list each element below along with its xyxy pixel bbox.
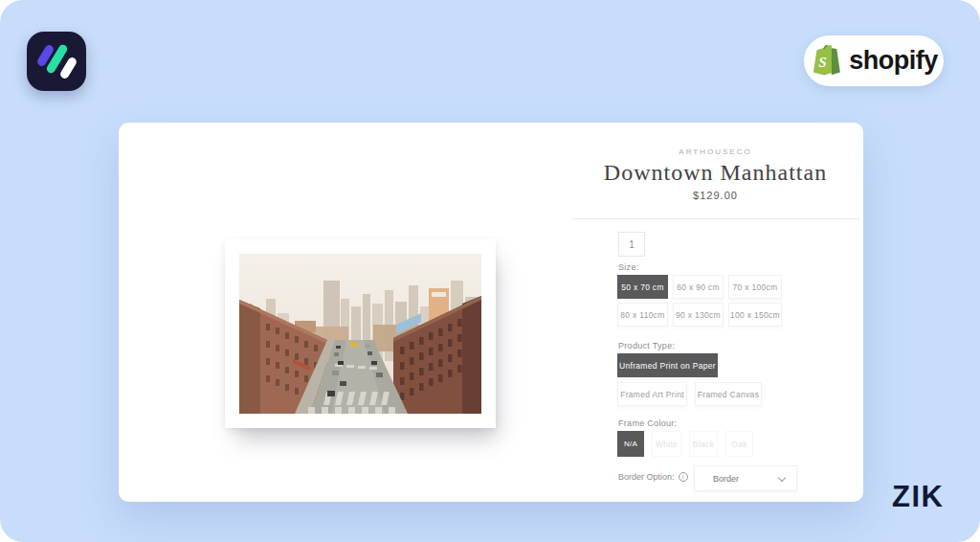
zik-logo-icon xyxy=(27,32,86,91)
size-label: Size: xyxy=(618,262,639,272)
chevron-down-icon xyxy=(778,474,786,482)
svg-text:S: S xyxy=(819,53,828,69)
product-details: ARTHOUSECO Downtown Manhattan $129.00 Si… xyxy=(571,123,859,502)
info-icon[interactable]: i xyxy=(679,472,688,482)
frame-colour-label: Frame Colour: xyxy=(618,418,677,428)
quantity-input[interactable] xyxy=(618,232,645,257)
product-card: ARTHOUSECO Downtown Manhattan $129.00 Si… xyxy=(119,123,863,502)
frame-colour-white[interactable]: White xyxy=(652,431,681,457)
zik-watermark: ZIK xyxy=(892,480,944,514)
logo-stripe-white xyxy=(58,56,78,79)
product-price: $129.00 xyxy=(571,190,859,201)
shopify-wordmark: shopify xyxy=(849,46,938,76)
size-option-90x130cm[interactable]: 90 x 130cm xyxy=(673,303,724,327)
size-option-60x90cm[interactable]: 60 x 90 cm xyxy=(673,275,724,299)
product-type-unframed-print[interactable]: Unframed Print on Paper xyxy=(617,353,718,377)
product-image xyxy=(225,239,496,428)
divider xyxy=(571,218,859,219)
frame-colour-na[interactable]: N/A xyxy=(617,431,644,457)
border-select-value: Border xyxy=(713,474,739,484)
border-select[interactable]: Border xyxy=(694,465,797,491)
border-option-label: Border Option: i xyxy=(618,472,688,482)
product-type-framed-canvas[interactable]: Framed Canvas xyxy=(695,382,762,406)
size-option-70x100cm[interactable]: 70 x 100cm xyxy=(728,275,782,299)
product-type-framed-art-print[interactable]: Framed Art Print xyxy=(617,382,687,406)
frame-colour-black[interactable]: Black xyxy=(689,431,718,457)
frame-colour-oak[interactable]: Oak xyxy=(725,431,753,457)
border-option-label-text: Border Option: xyxy=(618,472,675,482)
border-option-row: Border Option: i Border xyxy=(618,465,829,491)
shopify-bag-icon: S xyxy=(810,41,842,81)
screen: S shopify xyxy=(0,0,980,542)
size-option-50x70cm[interactable]: 50 x 70 cm xyxy=(617,275,668,299)
manhattan-photo xyxy=(239,254,481,414)
vendor-name: ARTHOUSECO xyxy=(571,147,859,156)
shopify-badge: S shopify xyxy=(804,35,944,86)
product-type-label: Product Type: xyxy=(618,341,675,350)
product-title: Downtown Manhattan xyxy=(571,160,859,186)
size-option-80x110cm[interactable]: 80 x 110cm xyxy=(617,303,668,327)
size-option-100x150cm[interactable]: 100 x 150cm xyxy=(728,303,782,327)
